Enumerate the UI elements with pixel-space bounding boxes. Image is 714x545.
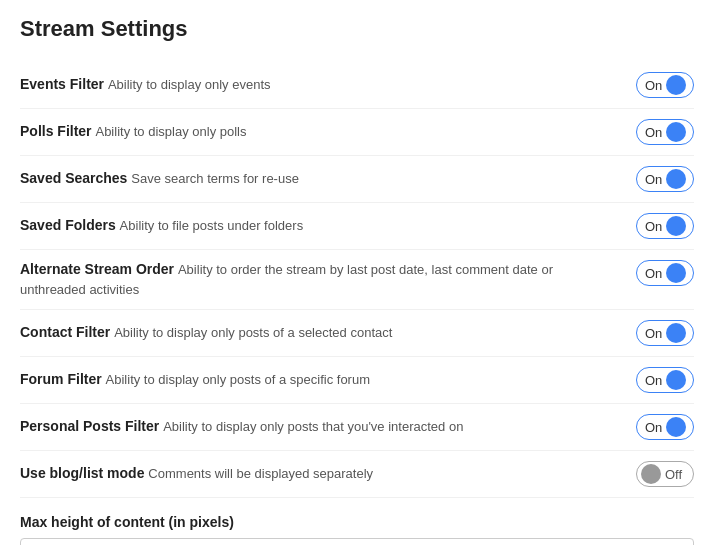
setting-row-personal-posts-filter: Personal Posts Filter Ability to display… <box>20 404 694 451</box>
setting-label-forum-filter: Forum Filter Ability to display only pos… <box>20 370 636 390</box>
toggle-label-saved-searches: On <box>641 172 666 187</box>
setting-label-alternate-stream-order: Alternate Stream Order Ability to order … <box>20 260 636 299</box>
setting-row-forum-filter: Forum Filter Ability to display only pos… <box>20 357 694 404</box>
toggle-personal-posts-filter[interactable]: On <box>636 414 694 440</box>
toggle-circle-events-filter <box>666 75 686 95</box>
toggle-wrap-personal-posts-filter: On <box>636 414 694 440</box>
setting-row-blog-list-mode: Use blog/list mode Comments will be disp… <box>20 451 694 498</box>
toggle-label-blog-list-mode: Off <box>661 467 686 482</box>
setting-row-polls-filter: Polls Filter Ability to display only pol… <box>20 109 694 156</box>
toggle-label-events-filter: On <box>641 78 666 93</box>
toggle-events-filter[interactable]: On <box>636 72 694 98</box>
toggle-label-alternate-stream-order: On <box>641 266 666 281</box>
setting-row-saved-folders: Saved Folders Ability to file posts unde… <box>20 203 694 250</box>
setting-label-saved-searches: Saved Searches Save search terms for re-… <box>20 169 636 189</box>
toggle-polls-filter[interactable]: On <box>636 119 694 145</box>
toggle-saved-folders[interactable]: On <box>636 213 694 239</box>
toggle-label-contact-filter: On <box>641 326 666 341</box>
setting-row-contact-filter: Contact Filter Ability to display only p… <box>20 310 694 357</box>
toggle-label-forum-filter: On <box>641 373 666 388</box>
toggle-forum-filter[interactable]: On <box>636 367 694 393</box>
setting-label-polls-filter: Polls Filter Ability to display only pol… <box>20 122 636 142</box>
setting-row-saved-searches: Saved Searches Save search terms for re-… <box>20 156 694 203</box>
max-height-input[interactable] <box>20 538 694 545</box>
toggle-circle-personal-posts-filter <box>666 417 686 437</box>
toggle-circle-alternate-stream-order <box>666 263 686 283</box>
toggle-alternate-stream-order[interactable]: On <box>636 260 694 286</box>
toggle-label-polls-filter: On <box>641 125 666 140</box>
toggle-wrap-blog-list-mode: Off <box>636 461 694 487</box>
setting-row-events-filter: Events Filter Ability to display only ev… <box>20 62 694 109</box>
toggle-circle-forum-filter <box>666 370 686 390</box>
setting-label-personal-posts-filter: Personal Posts Filter Ability to display… <box>20 417 636 437</box>
toggle-circle-blog-list-mode <box>641 464 661 484</box>
toggle-saved-searches[interactable]: On <box>636 166 694 192</box>
setting-label-blog-list-mode: Use blog/list mode Comments will be disp… <box>20 464 636 484</box>
toggle-blog-list-mode[interactable]: Off <box>636 461 694 487</box>
toggle-circle-saved-searches <box>666 169 686 189</box>
toggle-wrap-events-filter: On <box>636 72 694 98</box>
toggle-contact-filter[interactable]: On <box>636 320 694 346</box>
setting-label-saved-folders: Saved Folders Ability to file posts unde… <box>20 216 636 236</box>
settings-list: Events Filter Ability to display only ev… <box>20 62 694 498</box>
toggle-wrap-alternate-stream-order: On <box>636 260 694 286</box>
max-height-section: Max height of content (in pixels) Click … <box>20 514 694 545</box>
toggle-wrap-saved-folders: On <box>636 213 694 239</box>
toggle-circle-saved-folders <box>666 216 686 236</box>
max-height-label: Max height of content (in pixels) <box>20 514 694 530</box>
setting-label-events-filter: Events Filter Ability to display only ev… <box>20 75 636 95</box>
setting-row-alternate-stream-order: Alternate Stream Order Ability to order … <box>20 250 694 310</box>
toggle-circle-polls-filter <box>666 122 686 142</box>
toggle-wrap-polls-filter: On <box>636 119 694 145</box>
toggle-circle-contact-filter <box>666 323 686 343</box>
toggle-wrap-contact-filter: On <box>636 320 694 346</box>
setting-label-contact-filter: Contact Filter Ability to display only p… <box>20 323 636 343</box>
toggle-wrap-saved-searches: On <box>636 166 694 192</box>
toggle-label-personal-posts-filter: On <box>641 420 666 435</box>
page-title: Stream Settings <box>20 16 694 42</box>
toggle-label-saved-folders: On <box>641 219 666 234</box>
toggle-wrap-forum-filter: On <box>636 367 694 393</box>
